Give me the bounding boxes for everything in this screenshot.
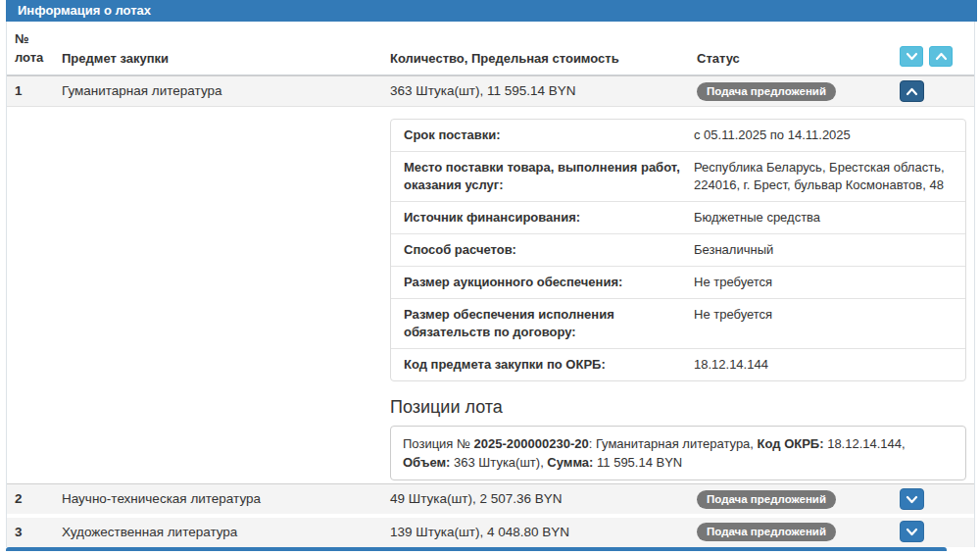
lots-info-panel: Информация о лотах № лота Предмет закупк… [6, 1, 975, 547]
detail-value: с 05.11.2025 по 14.11.2025 [694, 120, 965, 151]
detail-label: Место поставки товара, выполнения работ,… [391, 152, 694, 201]
expand-all-button[interactable] [900, 46, 923, 67]
chevron-down-icon [906, 492, 918, 507]
position-volume-value: 363 Штука(шт), [450, 455, 547, 470]
lot-row-2: 2 Научно-техническая литература 49 Штука… [7, 483, 974, 514]
detail-row-payment-method: Способ расчетов: Безналичный [391, 234, 965, 267]
lot-quantity-cost: 363 Штука(шт), 11 595.14 BYN [390, 76, 576, 106]
lot-1-details-section: Срок поставки: с 05.11.2025 по 14.11.202… [7, 106, 974, 483]
lots-table-header: № лота Предмет закупки Количество, Преде… [7, 22, 974, 76]
lot-row-1: 1 Гуманитарная литература 363 Штука(шт),… [7, 76, 974, 106]
collapse-all-button[interactable] [929, 46, 953, 67]
lot-number: 3 [15, 518, 23, 546]
status-badge: Подача предложений [697, 82, 836, 101]
detail-row-auction-deposit: Размер аукционного обеспечения: Не требу… [391, 267, 965, 299]
detail-row-okrb-code: Код предмета закупки по ОКРБ: 18.12.14.1… [391, 349, 965, 380]
lot-subject: Гуманитарная литература [62, 76, 222, 106]
detail-value: Не требуется [694, 267, 965, 298]
next-panel-top-edge [6, 547, 947, 551]
column-header-subject: Предмет закупки [62, 51, 169, 66]
chevron-down-icon [906, 525, 918, 539]
detail-label: Источник финансирования: [391, 202, 694, 233]
lots-page: Информация о лотах № лота Предмет закупк… [0, 0, 980, 555]
lot-2-expand-button[interactable] [900, 488, 924, 510]
status-badge: Подача предложений [697, 523, 836, 541]
column-header-lot-number-line1: № [15, 29, 43, 48]
status-badge: Подача предложений [697, 490, 836, 509]
lot-quantity-cost: 139 Штука(шт), 4 048.80 BYN [390, 518, 569, 546]
column-header-lot-number: № лота [15, 29, 43, 67]
position-okrb-value: 18.12.14.144, [824, 436, 906, 451]
detail-label: Срок поставки: [391, 120, 694, 151]
position-sum-label: Сумма: [547, 455, 593, 470]
lot-position-item: Позиция № 2025-200000230-20: Гуманитарна… [390, 426, 966, 480]
detail-value: Не требуется [694, 299, 965, 348]
position-volume-label: Объем: [403, 455, 450, 470]
lot-subject: Научно-техническая литература [62, 484, 261, 514]
detail-value: Бюджетные средства [694, 202, 965, 233]
chevron-up-icon [906, 84, 918, 99]
detail-row-contract-security: Размер обеспечения исполнения обязательс… [391, 299, 965, 349]
lot-row-3: 3 Художественная литература 139 Штука(шт… [7, 518, 974, 547]
detail-row-delivery-period: Срок поставки: с 05.11.2025 по 14.11.202… [391, 120, 965, 152]
column-header-quantity-cost: Количество, Предельная стоимость [390, 51, 619, 66]
chevron-up-icon [935, 49, 948, 64]
position-okrb-label: Код ОКРБ: [758, 436, 824, 451]
position-number: 2025-200000230-20 [474, 436, 589, 451]
column-header-lot-number-line2: лота [15, 48, 43, 67]
detail-value: Республика Беларусь, Брестская область, … [694, 152, 965, 201]
position-text: : Гуманитарная литература, [589, 436, 758, 451]
lot-subject: Художественная литература [62, 518, 237, 546]
column-header-status: Статус [697, 51, 740, 66]
chevron-down-icon [906, 49, 918, 64]
position-text: Позиция № [403, 436, 474, 451]
lot-number: 2 [15, 484, 23, 514]
detail-label: Размер аукционного обеспечения: [391, 267, 694, 298]
detail-row-delivery-place: Место поставки товара, выполнения работ,… [391, 152, 965, 202]
lot-number: 1 [15, 76, 23, 106]
detail-label: Код предмета закупки по ОКРБ: [391, 349, 694, 380]
lot-3-expand-button[interactable] [900, 521, 924, 542]
position-sum-value: 11 595.14 BYN [593, 455, 682, 470]
detail-value: Безналичный [694, 234, 965, 266]
detail-label: Способ расчетов: [391, 234, 694, 266]
detail-label: Размер обеспечения исполнения обязательс… [391, 299, 694, 348]
lot-details-table: Срок поставки: с 05.11.2025 по 14.11.202… [390, 119, 966, 381]
lot-quantity-cost: 49 Штука(шт), 2 507.36 BYN [390, 484, 563, 514]
lot-positions-title: Позиции лота [390, 396, 966, 418]
detail-value: 18.12.14.144 [694, 349, 965, 380]
panel-title: Информация о лотах [6, 0, 977, 22]
detail-row-funding-source: Источник финансирования: Бюджетные средс… [391, 202, 965, 234]
lot-1-collapse-button[interactable] [900, 80, 924, 102]
